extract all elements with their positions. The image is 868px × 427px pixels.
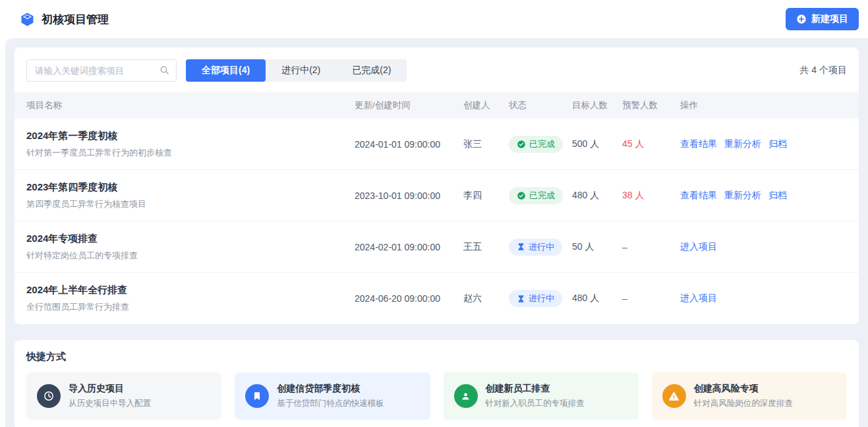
status-badge: 进行中: [509, 290, 562, 307]
column-header: 项目名称: [26, 100, 355, 111]
project-target-count: 480 人: [572, 190, 622, 202]
status-badge: 已完成: [509, 136, 563, 153]
action-link[interactable]: 归档: [768, 190, 787, 202]
column-header: 创建人: [463, 100, 509, 111]
column-header: 操作: [680, 100, 847, 111]
table-header-row: 项目名称更新/创建时间创建人状态目标人数预警人数操作: [14, 92, 859, 119]
project-name-cell: 2024年专项排查 针对特定岗位员工的专项排查: [26, 233, 355, 262]
project-target-count: 500 人: [572, 138, 622, 150]
filter-tab[interactable]: 已完成(2): [336, 59, 407, 82]
project-name-cell: 2023年第四季度初核 第四季度员工异常行为核查项目: [26, 181, 355, 210]
project-creator: 王五: [463, 241, 509, 253]
check-circle-icon: [517, 191, 526, 200]
shortcuts-panel: 快捷方式: [14, 340, 859, 427]
status-label: 已完成: [529, 190, 555, 202]
status-label: 进行中: [529, 241, 554, 253]
column-header: 状态: [509, 100, 572, 111]
row-actions: 进入项目: [680, 293, 847, 304]
filter-tabs: 全部项目(4) 进行中(2) 已完成(2): [186, 59, 407, 82]
cube-icon: [20, 12, 35, 27]
shortcut-description: 从历史项目中导入配置: [69, 398, 151, 409]
project-target-count: 50 人: [572, 241, 622, 253]
column-header: 预警人数: [622, 100, 680, 111]
shortcut-card[interactable]: 创建高风险专项 针对高风险岗位的深度排查: [652, 372, 847, 420]
column-header: 目标人数: [572, 100, 622, 111]
project-status-cell: 进行中: [509, 290, 572, 307]
table-row: 2023年第四季度初核 第四季度员工异常行为核查项目 2023-10-01 09…: [14, 170, 859, 221]
toolbar: 全部项目(4) 进行中(2) 已完成(2) 共 4 个项目: [14, 47, 859, 92]
project-warning-count: 38 人: [622, 190, 680, 202]
project-time: 2024-01-01 09:00:00: [355, 139, 463, 150]
project-creator: 张三: [463, 138, 509, 150]
project-creator: 李四: [463, 190, 509, 202]
shortcut-card[interactable]: 导入历史项目 从历史项目中导入配置: [26, 372, 221, 420]
hourglass-icon: [517, 295, 525, 303]
search-icon[interactable]: [159, 65, 170, 78]
action-link[interactable]: 查看结果: [680, 190, 717, 202]
action-link[interactable]: 重新分析: [724, 138, 761, 150]
shortcut-description: 针对高风险岗位的深度排查: [694, 398, 793, 409]
status-badge: 进行中: [509, 239, 562, 256]
project-description: 针对第一季度员工异常行为的初步核查: [26, 147, 355, 159]
content-area: 全部项目(4) 进行中(2) 已完成(2) 共 4 个项目 项目名称更新/创建时…: [5, 38, 868, 427]
user-icon: [460, 391, 471, 402]
project-warning-count: 45 人: [622, 138, 680, 150]
project-list-panel: 全部项目(4) 进行中(2) 已完成(2) 共 4 个项目 项目名称更新/创建时…: [14, 47, 859, 324]
project-name: 2023年第四季度初核: [26, 181, 355, 194]
project-creator: 赵六: [463, 293, 509, 304]
shortcut-description: 针对新入职员工的专项排查: [486, 398, 585, 409]
project-status-cell: 进行中: [509, 239, 572, 256]
plus-circle-icon: [796, 14, 807, 24]
shortcut-card[interactable]: 创建信贷部季度初核 基于信贷部门特点的快速模板: [235, 372, 430, 420]
warning-icon: [668, 391, 680, 402]
shortcuts-title: 快捷方式: [26, 351, 847, 363]
row-actions: 查看结果重新分析归档: [680, 190, 847, 202]
action-link[interactable]: 归档: [768, 138, 787, 150]
table-row: 2024年上半年全行排查 全行范围员工异常行为排查 2024-06-20 09:…: [14, 273, 859, 324]
shortcut-card[interactable]: 创建新员工排查 针对新入职员工的专项排查: [444, 372, 639, 420]
project-status-cell: 已完成: [509, 187, 572, 204]
project-description: 针对特定岗位员工的专项排查: [26, 250, 355, 262]
new-project-button[interactable]: 新建项目: [786, 8, 859, 30]
project-name: 2024年专项排查: [26, 233, 355, 245]
shortcut-description: 基于信贷部门特点的快速模板: [277, 398, 384, 409]
action-link[interactable]: 进入项目: [680, 241, 717, 253]
check-circle-icon: [517, 140, 526, 149]
shortcuts-grid: 导入历史项目 从历史项目中导入配置: [26, 372, 847, 420]
project-time: 2024-06-20 09:00:00: [355, 293, 463, 304]
project-warning-count: –: [622, 293, 680, 304]
status-badge: 已完成: [509, 187, 563, 204]
new-project-label: 新建项目: [811, 13, 848, 25]
filter-tab[interactable]: 全部项目(4): [186, 59, 266, 82]
status-label: 已完成: [529, 138, 555, 150]
shortcut-title-text: 导入历史项目: [69, 383, 151, 395]
table-body: 2024年第一季度初核 针对第一季度员工异常行为的初步核查 2024-01-01…: [14, 119, 859, 324]
action-link[interactable]: 进入项目: [680, 293, 717, 304]
shortcut-title-text: 创建新员工排查: [486, 383, 585, 395]
project-description: 全行范围员工异常行为排查: [26, 301, 355, 313]
page-title: 初核项目管理: [42, 12, 109, 27]
bookmark-icon: [252, 391, 262, 401]
project-name: 2024年上半年全行排查: [26, 284, 355, 297]
search-input[interactable]: [26, 59, 177, 82]
project-time: 2023-10-01 09:00:00: [355, 190, 463, 201]
row-actions: 查看结果重新分析归档: [680, 138, 847, 150]
table-row: 2024年第一季度初核 针对第一季度员工异常行为的初步核查 2024-01-01…: [14, 119, 859, 170]
filter-tab[interactable]: 进行中(2): [266, 59, 336, 82]
project-description: 第四季度员工异常行为核查项目: [26, 198, 355, 210]
search-box: [26, 59, 177, 82]
project-name: 2024年第一季度初核: [26, 130, 355, 142]
column-header: 更新/创建时间: [355, 100, 463, 111]
project-warning-count: –: [622, 242, 680, 252]
top-header: 初核项目管理 新建项目: [0, 0, 868, 38]
project-name-cell: 2024年上半年全行排查 全行范围员工异常行为排查: [26, 284, 355, 313]
action-link[interactable]: 重新分析: [724, 190, 761, 202]
shortcut-title-text: 创建信贷部季度初核: [277, 383, 384, 395]
project-time: 2024-02-01 09:00:00: [355, 242, 463, 252]
total-count: 共 4 个项目: [799, 65, 847, 76]
project-name-cell: 2024年第一季度初核 针对第一季度员工异常行为的初步核查: [26, 130, 355, 159]
action-link[interactable]: 查看结果: [680, 138, 717, 150]
project-status-cell: 已完成: [509, 136, 572, 153]
row-actions: 进入项目: [680, 241, 847, 253]
table-row: 2024年专项排查 针对特定岗位员工的专项排查 2024-02-01 09:00…: [14, 221, 859, 273]
